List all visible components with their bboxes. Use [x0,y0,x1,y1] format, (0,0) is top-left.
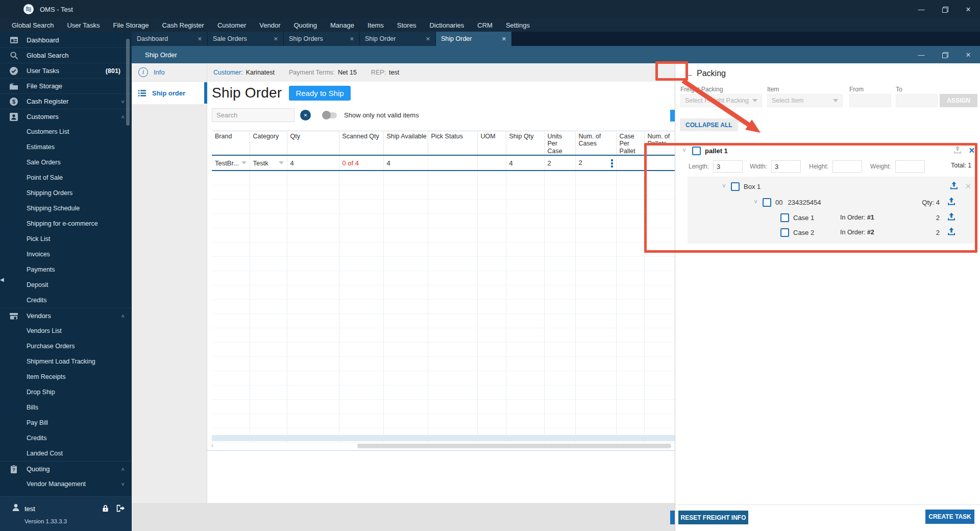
sidebar-item-customers-list[interactable]: Customers List [0,124,132,139]
tab-ship-orders[interactable]: Ship Orders✕ [284,32,359,46]
sidebar-item-vendor-management[interactable]: Vendor Management˅ [0,476,132,492]
tab-dashboard[interactable]: Dashboard✕ [132,32,207,46]
case-checkbox[interactable] [780,213,789,222]
not-valid-items-toggle[interactable] [323,112,337,118]
column-header-qty[interactable]: Qty [287,131,339,156]
sidebar-item-landed-cost[interactable]: Landed Cost [0,446,132,461]
horizontal-scrollbar[interactable] [357,444,671,448]
tab-sale-orders[interactable]: Sale Orders✕ [208,32,283,46]
ready-to-ship-button[interactable]: Ready to Ship [289,86,350,101]
close-icon[interactable]: ✕ [957,0,980,18]
back-arrow-icon[interactable]: ← [681,66,696,81]
sidebar-item-item-receipts[interactable]: Item Receipts [0,369,132,384]
chevron-down-icon[interactable]: ˅ [754,199,757,206]
sidebar-item-deposit[interactable]: Deposit [0,277,132,293]
menu-vendor[interactable]: Vendor [253,18,287,32]
menu-dictionaries[interactable]: Dictionaries [423,18,471,32]
freight-packing-select[interactable]: Select Freight Packing [680,94,762,107]
row-menu-icon[interactable] [611,159,613,167]
menu-stores[interactable]: Stores [390,18,423,32]
column-header-scanned-qty[interactable]: Scanned Qty [339,131,383,156]
tab-close-icon[interactable]: ✕ [350,36,354,42]
chevron-down-icon[interactable]: ˅ [121,481,125,487]
chevron-up-icon[interactable]: ˄ [121,313,125,319]
upload-icon[interactable] [947,197,956,208]
column-header-pick-status[interactable]: Pick Status [428,131,477,156]
chevron-down-icon[interactable]: ˅ [121,99,125,105]
column-header-brand[interactable]: Brand [212,131,250,156]
search-input[interactable] [212,108,295,122]
sidebar-item-credits[interactable]: Credits [0,430,132,446]
minimize-icon[interactable]: — [910,0,933,18]
search-clear-icon[interactable]: ✕ [300,110,311,120]
tab-ship-order[interactable]: Ship Order✕ [360,32,435,46]
hidden-button-sliver-top[interactable] [670,110,675,122]
sidebar-item-purchase-orders[interactable]: Purchase Orders [0,339,132,354]
sidebar-item-cash-register[interactable]: $Cash Register˅ [0,93,132,109]
column-header-uom[interactable]: UOM [477,131,506,156]
sidebar-scrollbar[interactable] [126,39,130,126]
sidebar-item-estimates[interactable]: Estimates [0,139,132,155]
menu-user-tasks[interactable]: User Tasks [60,18,106,32]
tab-info[interactable]: i Info [132,63,207,82]
chevron-down-icon[interactable]: ˅ [722,183,726,190]
inner-close-icon[interactable]: ✕ [957,46,980,63]
table-cell-brand[interactable]: TestBr... [212,155,250,171]
sidebar-item-customers[interactable]: Customers˄ [0,109,132,124]
sidebar-item-vendors[interactable]: Vendors˄ [0,308,132,323]
menu-file-storage[interactable]: File Storage [106,18,155,32]
restore-icon[interactable] [933,0,957,18]
sidebar-item-sale-orders[interactable]: Sale Orders [0,155,132,170]
assign-button[interactable]: ASSIGN [940,94,977,107]
sidebar-item-file-storage[interactable]: File Storage [0,78,132,93]
tab-ship-order[interactable]: Ship Order✕ [436,32,511,46]
tab-close-icon[interactable]: ✕ [198,36,202,42]
to-input[interactable] [896,94,938,107]
sidebar-collapse-icon[interactable]: ◀ [0,277,4,282]
sidebar-item-invoices[interactable]: Invoices [0,247,132,262]
case-checkbox[interactable] [780,228,789,237]
sidebar-item-shipping-for-e-commerce[interactable]: Shipping for e-commerce [0,216,132,231]
tab-close-icon[interactable]: ✕ [426,36,430,42]
inner-restore-icon[interactable] [933,46,957,63]
sidebar-item-shipment-load-tracking[interactable]: Shipment Load Tracking [0,354,132,369]
logout-icon[interactable] [113,502,127,514]
menu-customer[interactable]: Customer [211,18,253,32]
column-header-ship-qty[interactable]: Ship Qty [506,131,544,156]
sidebar-item-user-tasks[interactable]: User Tasks(801) [0,63,132,78]
menu-cash-register[interactable]: Cash Register [156,18,211,32]
create-task-button[interactable]: CREATE TASK [925,510,974,524]
sidebar-item-point-of-sale[interactable]: Point of Sale [0,170,132,185]
height-input[interactable] [832,160,862,173]
lock-icon[interactable] [99,502,111,514]
menu-crm[interactable]: CRM [471,18,499,32]
column-header-units-per-case[interactable]: Units Per Case [544,131,575,156]
chevron-down-icon[interactable] [279,161,284,164]
column-header-ship-available[interactable]: Ship Available [383,131,428,156]
sidebar-item-credits[interactable]: Credits [0,293,132,308]
tab-close-icon[interactable]: ✕ [502,36,506,42]
sidebar-item-shipping-schedule[interactable]: Shipping Schedule [0,201,132,216]
delete-box-icon[interactable]: ✕ [965,182,971,191]
barcode-checkbox[interactable] [763,198,771,207]
upload-icon[interactable] [947,227,956,238]
chevron-down-icon[interactable]: ˅ [682,147,686,154]
sidebar-item-dashboard[interactable]: Dashboard [0,32,132,47]
sidebar-item-payments[interactable]: Payments [0,262,132,277]
chevron-up-icon[interactable]: ˄ [121,466,125,472]
column-header-num-of-cases[interactable]: Num. of Cases [575,131,616,156]
column-header-category[interactable]: Category [250,131,287,156]
scroll-left-icon[interactable]: ‹ [211,441,213,449]
menu-settings[interactable]: Settings [499,18,536,32]
weight-input[interactable] [895,160,925,173]
box-checkbox[interactable] [731,182,740,191]
column-header-case-per-pallet[interactable]: Case Per Pallet [616,131,644,156]
from-input[interactable] [849,94,891,107]
tab-close-icon[interactable]: ✕ [274,36,278,42]
menu-manage[interactable]: Manage [324,18,361,32]
sidebar-item-vendors-list[interactable]: Vendors List [0,323,132,339]
inner-minimize-icon[interactable]: — [910,46,933,63]
sidebar-item-pick-list[interactable]: Pick List [0,231,132,247]
menu-global-search[interactable]: Global Search [5,18,60,32]
sidebar-item-pay-bill[interactable]: Pay Bill [0,415,132,430]
